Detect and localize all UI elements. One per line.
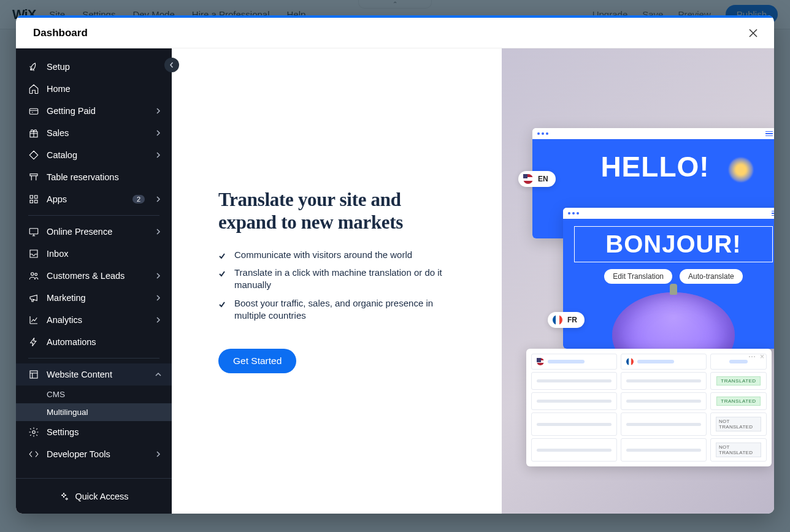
bullet-text: Translate in a click with machine transl… [234,267,447,291]
chart-icon [28,314,39,325]
sidebar-label: Developer Tools [47,449,147,459]
lang-pill-en: EN [518,171,556,187]
chevron-right-icon [155,316,162,324]
svg-rect-4 [35,196,38,199]
sidebar-item-automations[interactable]: Automations [16,331,172,353]
monitor-icon [28,226,39,237]
sidebar-sub-label: CMS [47,390,65,399]
content-text: Translate your site and expand to new ma… [172,48,502,514]
hero-illustration: HELLO! EN BONJOUR! [502,48,774,514]
sidebar-item-analytics[interactable]: Analytics [16,309,172,331]
sidebar-collapse-button[interactable] [164,58,179,72]
modal-title: Dashboard [33,27,88,39]
close-button[interactable] [747,27,759,39]
code-icon [28,449,39,460]
bullet-item: Communicate with visitors around the wor… [218,249,447,261]
badge-not-translated: NOT TRANSLATED [716,443,761,457]
megaphone-icon [28,292,39,303]
chevron-right-icon [155,294,162,302]
sidebar-item-catalog[interactable]: Catalog [16,144,172,166]
sidebar-label: Setup [47,62,162,72]
sidebar-item-online-presence[interactable]: Online Presence [16,221,172,243]
svg-rect-0 [29,108,38,114]
sidebar-label: Inbox [47,249,162,259]
illus-bonjour-text: BONJOUR! [574,226,773,262]
lang-fr-label: FR [567,316,577,324]
svg-rect-10 [30,371,37,378]
sidebar-divider [28,358,159,359]
sidebar-item-developer-tools[interactable]: Developer Tools [16,443,172,465]
sidebar-item-getting-paid[interactable]: Getting Paid [16,100,172,122]
sidebar-sub-multilingual[interactable]: Multilingual [16,403,172,421]
tag-icon [28,150,39,161]
sidebar-label: Website Content [47,370,147,379]
sidebar-item-customers[interactable]: Customers & Leads [16,265,172,287]
sidebar-item-sales[interactable]: Sales [16,122,172,144]
sidebar-item-apps[interactable]: Apps 2 [16,188,172,210]
apps-icon [28,194,39,205]
illus-auto-translate-btn: Auto-translate [680,269,743,284]
sidebar-label: Analytics [47,315,147,325]
illus-browser-fr: BONJOUR! Edit Translation Auto-translate [563,208,774,349]
svg-rect-7 [29,229,38,234]
bullet-item: Translate in a click with machine transl… [218,267,447,291]
sidebar-item-home[interactable]: Home [16,78,172,100]
chevron-right-icon [155,107,162,115]
chevron-right-icon [155,129,162,137]
sidebar-label: Apps [47,194,125,204]
svg-point-9 [35,273,37,276]
get-started-button[interactable]: Get Started [218,349,296,373]
svg-point-11 [33,431,36,434]
content-icon [28,369,39,380]
flag-fr-icon [626,358,634,365]
quick-access-button[interactable]: Quick Access [16,478,172,514]
chevron-right-icon [155,228,162,235]
illus-glow-circle [729,158,753,182]
sidebar-item-settings[interactable]: Settings [16,421,172,443]
flag-us-icon [523,174,533,184]
chevron-right-icon [155,450,162,458]
illus-translation-table: ⋯ × TRANSLATED TRANSLATED [526,349,772,466]
sidebar-item-setup[interactable]: Setup [16,56,172,78]
gear-icon [28,427,39,438]
sidebar-item-website-content[interactable]: Website Content [16,363,172,386]
chevron-left-icon [169,62,175,68]
illus-edit-translation-btn: Edit Translation [604,269,672,284]
chevron-up-icon [155,371,162,378]
sidebar-sub-cms[interactable]: CMS [16,386,172,403]
rocket-icon [28,61,39,72]
chevron-right-icon [155,151,162,159]
inbox-icon [28,248,39,259]
quick-access-label: Quick Access [75,492,128,501]
sidebar-label: Online Presence [47,227,147,237]
page-heading: Translate your site and expand to new ma… [218,189,447,234]
gift-icon [28,127,39,139]
money-icon [28,105,39,116]
svg-rect-6 [35,200,38,203]
apps-badge: 2 [132,195,145,203]
sidebar-item-marketing[interactable]: Marketing [16,287,172,309]
badge-translated: TRANSLATED [716,376,760,386]
chevron-right-icon [155,272,162,279]
table-icon [28,172,39,183]
dashboard-modal: Dashboard Setup Home Getting [16,15,774,514]
sidebar-label: Automations [47,337,162,347]
sidebar-item-inbox[interactable]: Inbox [16,243,172,265]
svg-rect-2 [30,174,37,176]
sidebar-label: Getting Paid [47,106,147,116]
badge-translated: TRANSLATED [716,397,760,406]
sidebar-label: Catalog [47,150,147,160]
flag-us-icon [537,358,544,365]
bullet-item: Boost your traffic, sales, and organic p… [218,297,447,322]
lang-en-label: EN [538,175,548,183]
sidebar-label: Home [47,84,162,94]
sidebar-item-table-reservations[interactable]: Table reservations [16,166,172,188]
close-icon [748,28,758,38]
sparkle-icon [59,492,69,501]
badge-not-translated: NOT TRANSLATED [716,417,761,431]
illus-hello-text: HELLO! [600,150,709,183]
sidebar-divider [28,215,159,216]
modal-header: Dashboard [16,18,774,48]
svg-rect-5 [30,200,33,203]
home-icon [28,83,39,94]
